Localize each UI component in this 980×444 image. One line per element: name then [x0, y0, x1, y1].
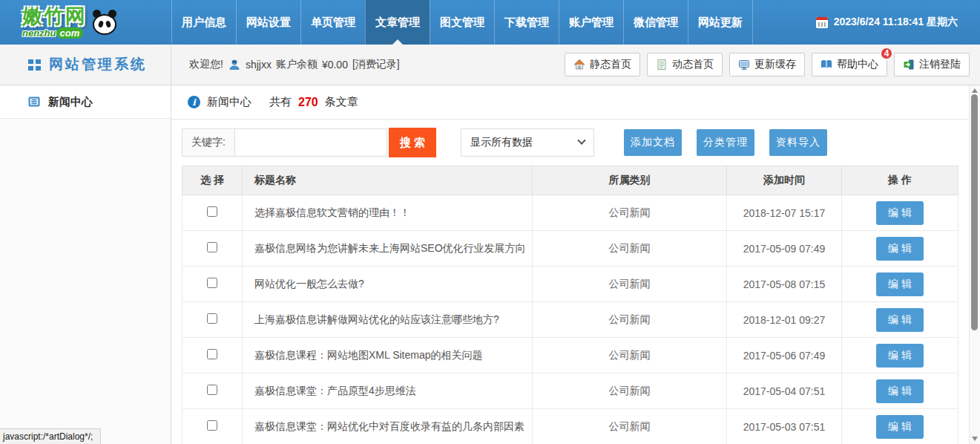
category-manage-button[interactable]: 分类管理 [697, 129, 754, 156]
count-prefix: 共有 [269, 95, 292, 109]
static-home-button[interactable]: 静态首页 [565, 53, 640, 76]
monitor-icon [738, 59, 750, 71]
article-time: 2018-12-01 09:27 [727, 302, 842, 338]
list-icon [28, 96, 40, 108]
edit-button[interactable]: 编 辑 [876, 379, 924, 403]
action-buttons: 添加文档 分类管理 资料导入 [624, 129, 827, 156]
nav-item-account-manage[interactable]: 账户管理 [559, 0, 623, 45]
article-table: 选 择 标题名称 所属类别 添加时间 操 作 选择嘉极信息软文营销的理由！！ 公… [182, 166, 958, 444]
sidebar: 新闻中心 [0, 85, 171, 444]
balance-label: 账户余额 [276, 58, 318, 71]
table-row: 嘉极信息课程：网站地图XML Sitemap的相关问题 公司新闻 2017-05… [182, 338, 958, 373]
nav-item-site-update[interactable]: 网站更新 [688, 0, 753, 45]
logo-domain: nenzhucom [22, 28, 87, 38]
table-row: 网站优化一般怎么去做? 公司新闻 2017-05-08 07:15 编 辑 [182, 267, 958, 302]
article-title: 嘉极信息网络为您讲解未来上海网站SEO优化行业发展方向 [243, 231, 533, 267]
column-header-action: 操 作 [842, 166, 958, 195]
article-title: 嘉极信息课程：网站地图XML Sitemap的相关问题 [243, 338, 533, 373]
section-name: 新闻中心 [207, 95, 251, 109]
balance-value: ¥0.00 [322, 59, 348, 71]
column-header-select: 选 择 [182, 166, 243, 195]
article-title: 嘉极信息课堂：网站优化中对百度收录有益的几条内部因素 [243, 409, 533, 444]
nav-item-site-settings[interactable]: 网站设置 [236, 0, 300, 45]
logout-button[interactable]: 注销登陆 [894, 53, 970, 76]
table-row: 嘉极信息网络为您讲解未来上海网站SEO优化行业发展方向 公司新闻 2017-05… [182, 231, 958, 267]
article-time: 2017-05-06 07:49 [727, 338, 842, 373]
nav-item-article-manage[interactable]: 文章管理 [365, 0, 430, 45]
nav-item-wechat-manage[interactable]: 微信管理 [623, 0, 688, 45]
vertical-scrollbar[interactable] [969, 85, 980, 444]
article-category: 公司新闻 [533, 338, 727, 373]
column-header-time: 添加时间 [727, 166, 842, 195]
data-import-button[interactable]: 资料导入 [769, 129, 827, 156]
welcome-block: 欢迎您! shjjxx 账户余额 ¥0.00 [消费记录] [171, 45, 400, 85]
calendar-icon [816, 17, 828, 28]
logout-icon [903, 59, 915, 71]
content-region: 新闻中心 i 新闻中心 共有 270 条文章 关键字: 搜 索 显示所有数据 添… [0, 85, 980, 444]
nav-item-imagetext-manage[interactable]: 图文管理 [430, 0, 494, 45]
column-header-title: 标题名称 [243, 166, 533, 195]
article-title: 网站优化一般怎么去做? [243, 267, 533, 302]
username: shjjxx [246, 59, 272, 71]
status-tooltip: javascript:/*artDialog*/; [0, 428, 101, 444]
article-category: 公司新闻 [533, 302, 727, 338]
sidebar-item-news-center[interactable]: 新闻中心 [0, 85, 171, 119]
edit-button[interactable]: 编 辑 [876, 237, 924, 261]
row-select-checkbox[interactable] [207, 242, 217, 252]
add-document-button[interactable]: 添加文档 [624, 129, 682, 156]
article-count: 270 [298, 96, 318, 109]
row-select-checkbox[interactable] [207, 349, 217, 359]
row-select-checkbox[interactable] [207, 313, 217, 324]
site-logo: 嫩竹网 nenzhucom [0, 0, 171, 45]
article-title: 上海嘉极信息讲解做网站优化的站应该注意哪些地方? [243, 302, 533, 338]
document-icon [656, 59, 668, 71]
article-time: 2017-05-04 07:51 [727, 373, 842, 409]
article-category: 公司新闻 [533, 231, 727, 267]
article-category: 公司新闻 [533, 267, 727, 302]
article-title: 选择嘉极信息软文营销的理由！！ [243, 195, 533, 231]
edit-button[interactable]: 编 辑 [876, 344, 924, 368]
edit-button[interactable]: 编 辑 [876, 415, 924, 439]
article-time: 2017-05-09 07:49 [727, 231, 842, 267]
search-button[interactable]: 搜 索 [389, 128, 436, 157]
datetime-text: 2023/6/24 11:18:41 星期六 [834, 16, 958, 29]
scroll-up-icon[interactable] [972, 88, 978, 93]
edit-button[interactable]: 编 辑 [876, 308, 924, 332]
header-actions: 静态首页 动态首页 更新缓存 帮助中心 4 注销登陆 [565, 45, 980, 85]
article-category: 公司新闻 [533, 409, 727, 444]
table-row: 嘉极信息课堂：网站优化中对百度收录有益的几条内部因素 公司新闻 2017-05-… [182, 409, 958, 444]
main-nav: 用户信息 网站设置 单页管理 文章管理 图文管理 下载管理 账户管理 微信管理 … [171, 0, 753, 45]
help-center-button[interactable]: 帮助中心 4 [812, 53, 887, 76]
article-time: 2018-12-07 15:17 [727, 195, 842, 231]
filter-select[interactable]: 显示所有数据 [461, 128, 594, 157]
scroll-down-icon[interactable] [972, 437, 978, 441]
refresh-cache-button[interactable]: 更新缓存 [729, 53, 805, 76]
scrollbar-thumb[interactable] [971, 94, 978, 330]
table-header-row: 选 择 标题名称 所属类别 添加时间 操 作 [182, 166, 958, 195]
nav-item-download-manage[interactable]: 下载管理 [494, 0, 559, 45]
nav-item-page-manage[interactable]: 单页管理 [300, 0, 365, 45]
table-row: 选择嘉极信息软文营销的理由！！ 公司新闻 2018-12-07 15:17 编 … [182, 195, 958, 231]
row-select-checkbox[interactable] [207, 420, 217, 431]
nav-item-user-info[interactable]: 用户信息 [171, 0, 236, 45]
article-time: 2017-05-08 07:15 [727, 267, 842, 302]
consume-records-link[interactable]: [消费记录] [352, 58, 400, 71]
search-toolbar: 关键字: 搜 索 显示所有数据 添加文档 分类管理 资料导入 [171, 120, 980, 166]
row-select-checkbox[interactable] [207, 385, 217, 395]
keyword-label: 关键字: [182, 128, 235, 157]
filter-selected-value: 显示所有数据 [470, 136, 533, 149]
edit-button[interactable]: 编 辑 [876, 201, 924, 225]
info-icon: i [188, 96, 200, 108]
row-select-checkbox[interactable] [207, 278, 217, 288]
dynamic-home-button[interactable]: 动态首页 [647, 53, 723, 76]
system-title-block: 网站管理系统 [0, 45, 171, 85]
article-category: 公司新闻 [533, 373, 727, 409]
edit-button[interactable]: 编 辑 [876, 272, 924, 296]
row-select-checkbox[interactable] [207, 206, 217, 217]
home-icon [573, 59, 585, 71]
table-row: 嘉极信息课堂：产品原型4步思维法 公司新闻 2017-05-04 07:51 编… [182, 373, 958, 409]
column-header-category: 所属类别 [533, 166, 727, 195]
sidebar-item-label: 新闻中心 [48, 95, 93, 109]
keyword-input[interactable] [235, 128, 387, 157]
grid-icon [28, 59, 41, 71]
